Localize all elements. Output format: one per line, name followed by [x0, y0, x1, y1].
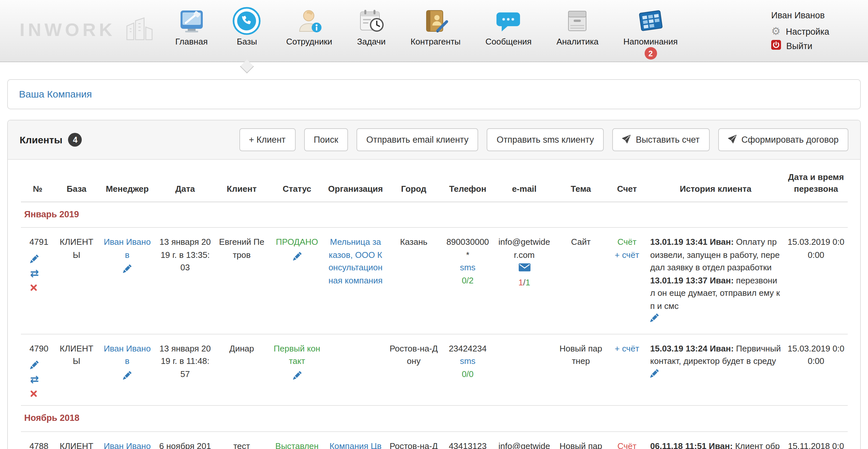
manager-link[interactable]: Иван Иванов [104, 237, 151, 260]
user-name: Иван Иванов [771, 10, 851, 20]
nav-label: Сообщения [485, 37, 531, 47]
cell-org: Мельница заказов, ООО Консультационная к… [325, 228, 386, 334]
nav-item-sotrudniki[interactable]: Сотрудники [285, 6, 334, 47]
envelope-icon[interactable] [497, 263, 551, 275]
nav-item-napominaniya[interactable]: Напоминания 2 [622, 6, 679, 47]
client-id: 4788 [24, 440, 51, 449]
manager-link[interactable]: Иван Иванов [104, 441, 151, 449]
cell-phone: 23424234 sms 0/0 [441, 334, 494, 406]
cell-date: 6 ноября 2018 г. в 11:48:40 [156, 431, 215, 449]
col-city: Город [386, 163, 441, 202]
cell-theme: Новый партнер [555, 431, 607, 449]
nav-item-bazy[interactable]: Базы [231, 6, 262, 47]
edit-history-icon[interactable] [650, 369, 659, 378]
cell-status: ПРОДАНО [269, 228, 325, 334]
cell-invoice: Счёт + счёт [607, 228, 647, 334]
phone-icon [232, 6, 261, 35]
home-tools-icon [178, 6, 205, 35]
nav-item-analitika[interactable]: Аналитика [555, 6, 600, 47]
manager-link[interactable]: Иван Иванов [104, 343, 151, 366]
power-icon [771, 40, 781, 52]
add-invoice-link[interactable]: + счёт [615, 343, 639, 354]
calendar-clock-icon [358, 6, 384, 35]
company-link[interactable]: Ваша Компания [19, 88, 92, 99]
col-num: № [21, 163, 54, 202]
nav-item-soobshcheniya[interactable]: Сообщения [484, 6, 533, 47]
cell-status: Выставлен счет [269, 431, 325, 449]
cell-email: info@getwider.com 1/1 [494, 228, 555, 334]
cell-invoice: + счёт [607, 334, 647, 406]
nav-label: Базы [237, 37, 257, 47]
cell-city: Ростов-на-Дону [386, 334, 441, 406]
cell-base: КЛИЕНТЫ [54, 334, 99, 406]
main-nav: Главная Базы Сотрудники Задачи [174, 6, 679, 47]
email-count: 1/1 [497, 276, 551, 289]
nav-label: Аналитика [556, 37, 598, 47]
search-button[interactable]: Поиск [304, 128, 348, 151]
address-book-icon [423, 6, 449, 35]
delete-client-icon[interactable] [30, 284, 37, 291]
col-history: История клиента [647, 163, 784, 202]
send-email-button[interactable]: Отправить email клиенту [356, 128, 478, 151]
cell-theme: Сайт [555, 228, 607, 334]
sms-link[interactable]: sms [460, 356, 475, 366]
settings-label: Настройка [786, 27, 829, 36]
cell-date: 13 января 2019 г. в 11:48:57 [156, 334, 215, 406]
edit-client-icon[interactable] [30, 255, 39, 263]
edit-client-icon[interactable] [30, 361, 39, 369]
repeat-client-icon[interactable]: ⇄ [30, 268, 39, 279]
top-header: INWORK Главная Базы [0, 0, 868, 62]
cell-manager: Иван Иванов [99, 334, 156, 406]
sms-count: 0/2 [445, 274, 491, 287]
edit-status-icon[interactable] [293, 252, 301, 261]
nav-label: Контрагенты [410, 37, 461, 47]
clients-title: Клиенты [20, 134, 62, 145]
client-id: 4791 [24, 236, 51, 249]
nav-item-kontragenty[interactable]: Контрагенты [409, 6, 462, 47]
edit-manager-icon[interactable] [123, 371, 131, 380]
logo[interactable]: INWORK [20, 16, 169, 44]
nav-label: Задачи [357, 37, 385, 47]
user-box: Иван Иванов ⚙ Настройка Выйти [771, 6, 851, 52]
create-invoice-button[interactable]: Выставить счет [612, 128, 709, 151]
cell-org [325, 334, 386, 406]
col-invoice: Счет [607, 163, 647, 202]
nav-item-zadachi[interactable]: Задачи [356, 6, 387, 47]
status-badge: ПРОДАНО [276, 237, 318, 247]
sms-count: 0/0 [445, 368, 491, 381]
delete-client-icon[interactable] [30, 390, 37, 398]
repeat-client-icon[interactable]: ⇄ [30, 375, 39, 385]
paper-plane-icon [728, 134, 736, 145]
cell-email [494, 334, 555, 406]
company-bar: Ваша Компания [7, 79, 861, 109]
cell-phone: 890030000* sms 0/2 [441, 228, 494, 334]
org-link[interactable]: Мельница заказов, ООО Консультационная к… [328, 237, 383, 286]
group-label: Ноябрь 2018 [21, 406, 848, 432]
edit-manager-icon[interactable] [123, 265, 131, 273]
add-invoice-link[interactable]: + счёт [615, 250, 639, 260]
col-org: Организация [325, 163, 386, 202]
client-id: 4790 [24, 342, 51, 355]
edit-status-icon[interactable] [293, 371, 301, 380]
cell-city: Ростов-на-Дону [386, 431, 441, 449]
send-sms-button[interactable]: Отправить sms клиенту [487, 128, 604, 151]
cell-history: 13.01.19 13:41 Иван: Оплату произвели, з… [647, 228, 784, 334]
cell-callback: 15.03.2019 0:00:00 [784, 228, 848, 334]
logout-label: Выйти [786, 41, 812, 51]
settings-link[interactable]: ⚙ Настройка [771, 26, 851, 37]
sms-link[interactable]: sms [460, 263, 475, 273]
org-link[interactable]: Компания Цветы [329, 441, 381, 449]
edit-history-icon[interactable] [650, 314, 659, 322]
add-client-button[interactable]: + Клиент [239, 128, 295, 151]
cell-client: Динар [215, 334, 269, 406]
phone-number: 890030000* [445, 236, 491, 262]
logout-link[interactable]: Выйти [771, 40, 851, 52]
create-contract-button[interactable]: Сформировать договор [718, 128, 848, 151]
nav-item-glavnaya[interactable]: Главная [174, 6, 209, 47]
col-theme: Тема [555, 163, 607, 202]
panel-head: Клиенты 4 + Клиент Поиск Отправить email… [8, 120, 860, 160]
group-row: Январь 2019 [21, 202, 848, 228]
invoice-status: Счёт [610, 440, 644, 449]
table-row: 4790 ⇄ КЛИЕНТЫ Иван Иванов 1 [21, 334, 848, 406]
cell-num: 4788 ⇄ [21, 431, 54, 449]
